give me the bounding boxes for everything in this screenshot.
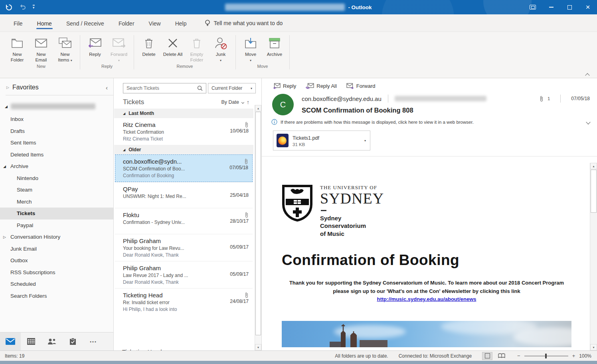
archive-button[interactable]: Archive (264, 34, 285, 57)
mail-item-ritz-cinema[interactable]: Ritz Cinema Ticket Confirmation Ritz Cin… (115, 118, 253, 145)
tab-send-receive[interactable]: Send / Receive (60, 16, 111, 30)
mail-item-philip-graham-2[interactable]: Philip Graham Law Revue 2017 - Lady and … (115, 261, 253, 288)
mail-item-con-boxoffice[interactable]: con.boxoffice@sydn... SCOM Confirmation … (115, 154, 253, 182)
scroll-down-icon[interactable]: ▾ (255, 344, 261, 350)
tell-me-box[interactable]: Tell me what you want to do (205, 20, 283, 27)
scroll-down-icon[interactable]: ▾ (590, 344, 597, 350)
mail-item-ticketing-head-2[interactable]: Ticketing Head (114, 346, 255, 350)
collapsed-triangle-icon[interactable]: ▷ (3, 235, 6, 239)
minimize-folder-pane-icon[interactable]: ‹ (106, 84, 108, 91)
close-button[interactable]: × (579, 0, 597, 14)
nav-more-button[interactable]: ••• (83, 332, 104, 350)
send-receive-icon[interactable] (6, 4, 12, 11)
folder-rss-subscriptions[interactable]: RSS Subscriptions (0, 267, 113, 279)
folder-inbox[interactable]: Inbox (0, 113, 113, 125)
zoom-slider[interactable] (524, 356, 568, 356)
collapse-ribbon-button[interactable] (586, 71, 591, 75)
mail-item-philip-graham-1[interactable]: Philip Graham Your booking for Law Revu.… (115, 234, 253, 261)
empty-folder-button[interactable]: Empty Folder (186, 34, 208, 63)
mail-item-floktu[interactable]: Floktu Confirmation - Sydney Univ... 28/… (115, 208, 253, 234)
folder-archive[interactable]: ◢Archive (0, 160, 113, 172)
search-scope-dropdown[interactable]: Current Folder ▾ (208, 83, 256, 93)
expanded-triangle-icon[interactable]: ◢ (5, 105, 8, 109)
folder-junk-email[interactable]: Junk Email (0, 243, 113, 255)
tab-view[interactable]: View (142, 16, 167, 30)
enews-link[interactable]: http://music.sydney.edu.au/about/enews (377, 296, 476, 302)
sender-avatar[interactable]: C (272, 94, 294, 115)
folder-deleted-items[interactable]: Deleted Items (0, 149, 113, 161)
expand-header-chevron-icon[interactable] (586, 120, 590, 124)
message-list-scrollbar[interactable]: ▴ ▾ (255, 105, 261, 350)
customize-toolbar-icon[interactable]: ▾ (33, 5, 35, 10)
folder-outbox[interactable]: Outbox (0, 255, 113, 267)
folder-conversation-history[interactable]: ▷Conversation History (0, 231, 113, 243)
zoom-out-button[interactable]: − (517, 353, 520, 359)
nav-calendar-button[interactable] (21, 332, 42, 350)
attachment-icon (245, 122, 249, 127)
tab-home[interactable]: Home (31, 16, 58, 30)
undo-icon[interactable] (20, 4, 26, 10)
nav-tasks-button[interactable] (62, 332, 83, 350)
delete-all-button[interactable]: Delete All (162, 34, 184, 57)
reading-view-icon (498, 353, 505, 358)
sort-direction-icon[interactable]: ↑ (247, 99, 249, 105)
attachment-dropdown-icon[interactable]: ▾ (364, 139, 366, 142)
reply-action-button[interactable]: Reply (273, 83, 296, 89)
nav-people-button[interactable] (42, 332, 62, 350)
reply-all-action-button[interactable]: Reply All (306, 83, 337, 89)
search-input[interactable]: Search Tickets (123, 83, 206, 93)
expanded-triangle-icon[interactable]: ◢ (3, 164, 6, 168)
tab-folder[interactable]: Folder (112, 16, 141, 30)
display-problem-banner[interactable]: If there are problems with how this mess… (271, 119, 590, 125)
folder-tickets[interactable]: Tickets (0, 208, 113, 220)
nav-mail-button[interactable] (0, 332, 21, 350)
zoom-slider-thumb[interactable] (545, 354, 547, 358)
folder-scheduled[interactable]: Scheduled (0, 278, 113, 290)
mail-item-ticketing-head-1[interactable]: Ticketing Head Re: Invalid ticket error … (115, 288, 253, 315)
ribbon-display-options-button[interactable] (524, 0, 542, 14)
reading-view-button[interactable] (496, 352, 507, 360)
scrollbar-thumb[interactable] (591, 170, 597, 213)
attachment-chip[interactable]: Tickets1.pdf 31 KB ▾ (273, 131, 370, 150)
folder-nintendo[interactable]: Nintendo (0, 172, 113, 184)
account-row[interactable]: ◢ (0, 95, 113, 113)
group-header-last-month[interactable]: ◢ Last Month (114, 109, 253, 118)
move-button[interactable]: Move▾ (240, 34, 261, 63)
new-items-button[interactable]: New Items ▾ (54, 34, 76, 63)
forward-action-button[interactable]: Forward (346, 83, 376, 89)
folder-paypal[interactable]: Paypal (0, 220, 113, 231)
junk-button[interactable]: Junk▾ (210, 34, 231, 63)
folder-merch[interactable]: Merch (0, 196, 113, 208)
delete-button[interactable]: Delete (138, 34, 160, 57)
reply-button[interactable]: Reply (84, 34, 106, 57)
new-email-button[interactable]: New Email (30, 34, 52, 63)
normal-view-button[interactable] (482, 352, 492, 360)
folder-drafts[interactable]: Drafts (0, 125, 113, 137)
scroll-up-icon[interactable]: ▴ (590, 163, 597, 169)
forward-button[interactable]: Forward▾ (108, 34, 130, 63)
sort-dropdown[interactable]: By Date ↑ (221, 99, 249, 105)
new-folder-button[interactable]: New Folder (6, 34, 28, 63)
folder-search-folders[interactable]: Search Folders (0, 290, 113, 302)
folder-steam[interactable]: Steam (0, 184, 113, 196)
zoom-level[interactable]: 100% (579, 353, 591, 359)
tab-help[interactable]: Help (169, 16, 193, 30)
minimize-button[interactable] (542, 0, 560, 14)
search-icon[interactable] (197, 85, 203, 91)
maximize-button[interactable] (560, 0, 579, 14)
group-label-new: New (2, 63, 80, 70)
favorites-header[interactable]: ▷ Favorites ‹ (0, 78, 113, 95)
scrollbar-thumb[interactable] (255, 112, 261, 335)
scroll-up-icon[interactable]: ▴ (255, 105, 261, 111)
from-address[interactable]: con.boxoffice@sydney.edu.au (302, 95, 382, 102)
mail-item-qpay[interactable]: QPay UNSWMR: Night 1: Med Re... 25/04/18 (115, 182, 253, 208)
tab-file[interactable]: File (7, 16, 29, 30)
ribbon-display-options-icon (530, 5, 536, 10)
reading-pane-scrollbar[interactable]: ▴ ▾ (590, 163, 597, 350)
folder-sent-items[interactable]: Sent Items (0, 137, 113, 149)
collapsed-triangle-icon[interactable]: ▷ (6, 85, 9, 89)
zoom-in-button[interactable]: + (572, 353, 575, 359)
attachment-name: Tickets1.pdf (293, 135, 319, 141)
group-header-older[interactable]: ◢ Older (114, 145, 253, 154)
ribbon-tab-bar: File Home Send / Receive Folder View Hel… (0, 14, 597, 32)
